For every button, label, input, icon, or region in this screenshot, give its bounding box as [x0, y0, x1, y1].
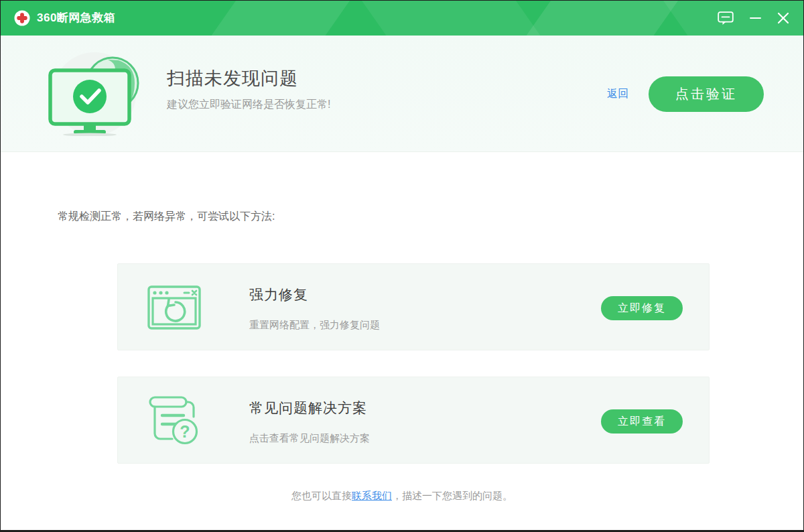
titlebar-pattern	[203, 1, 354, 36]
card-description: 重置网络配置，强力修复问题	[249, 319, 380, 332]
scan-result-title: 扫描未发现问题	[167, 66, 298, 90]
footer-note: 您也可以直接联系我们，描述一下您遇到的问题。	[1, 490, 803, 503]
section-hint: 常规检测正常，若网络异常，可尝试以下方法:	[58, 210, 275, 224]
question-mark-glyph: ?	[180, 422, 190, 441]
titlebar-pattern	[518, 1, 683, 36]
scan-result-subtitle: 建议您立即验证网络是否恢复正常!	[167, 98, 330, 112]
view-now-button[interactable]: 立即查看	[601, 409, 683, 434]
feedback-button[interactable]	[712, 1, 739, 36]
feedback-icon	[718, 11, 734, 25]
contact-us-link[interactable]: 联系我们	[352, 490, 392, 501]
app-window: 360断网急救箱	[0, 0, 804, 532]
card-title: 强力修复	[249, 285, 308, 304]
close-button[interactable]	[768, 1, 798, 36]
titlebar-pattern	[357, 1, 549, 36]
browser-refresh-icon	[145, 277, 204, 336]
red-cross-logo-icon	[14, 10, 30, 26]
close-icon	[777, 12, 789, 24]
document-question-icon: ?	[145, 391, 204, 450]
card-description: 点击查看常见问题解决方案	[249, 432, 370, 445]
repair-now-button[interactable]: 立即修复	[601, 296, 683, 320]
minimize-icon	[750, 17, 761, 19]
monitor-check-globe-icon	[44, 52, 151, 136]
card-faq: ? 常见问题解决方案 点击查看常见问题解决方案 立即查看	[117, 377, 710, 464]
verify-button[interactable]: 点击验证	[649, 76, 764, 112]
footer-text-prefix: 您也可以直接	[291, 490, 352, 501]
app-title: 360断网急救箱	[37, 1, 115, 36]
result-header: 扫描未发现问题 建议您立即验证网络是否恢复正常! 返回 点击验证	[1, 36, 803, 152]
back-link[interactable]: 返回	[607, 87, 628, 101]
card-force-repair: 强力修复 重置网络配置，强力修复问题 立即修复	[117, 263, 710, 350]
card-title: 常见问题解决方案	[249, 399, 367, 417]
minimize-button[interactable]	[742, 1, 768, 36]
footer-text-suffix: ，描述一下您遇到的问题。	[392, 490, 513, 501]
title-bar: 360断网急救箱	[1, 1, 803, 36]
